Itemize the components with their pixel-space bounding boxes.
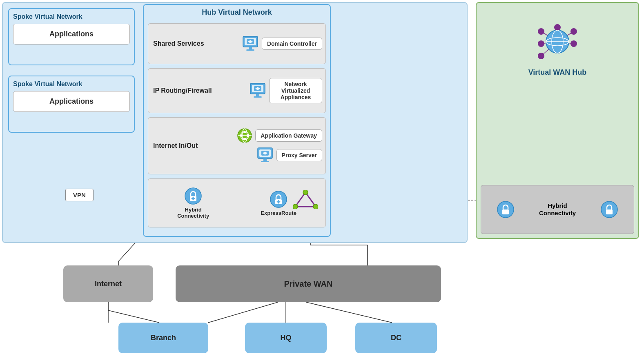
svg-rect-26 <box>256 94 259 96</box>
vpn-label: VPN <box>73 192 86 198</box>
svg-rect-40 <box>263 158 267 161</box>
app-gateway-box: Application Gateway <box>255 129 322 142</box>
svg-line-16 <box>208 302 278 323</box>
branch-label: Branch <box>151 334 176 342</box>
internet-section: Internet In/Out Applicatio <box>148 117 326 174</box>
svg-rect-82 <box>502 209 509 214</box>
svg-line-13 <box>108 310 159 323</box>
vpn-box: VPN <box>65 189 94 201</box>
hybrid-label: HybridConnectivity <box>177 207 209 219</box>
private-wan-label: Private WAN <box>284 279 333 289</box>
internet-services-stacked: Application Gateway Proxy Server <box>236 121 322 171</box>
globe-icon-container <box>537 23 578 62</box>
expressroute-item: ExpressRoute <box>261 190 296 216</box>
hybrid-connectivity-item: HybridConnectivity <box>177 187 209 219</box>
shared-services-section: Shared Services Domain Controller <box>148 23 326 64</box>
domain-controller-box: Domain Controller <box>262 38 322 50</box>
expressroute-triangle <box>293 190 318 209</box>
dc-box: DC <box>355 323 437 353</box>
spoke-vnet-1: Spoke Virtual Network Applications <box>8 8 135 65</box>
svg-rect-20 <box>249 47 252 49</box>
svg-point-63 <box>313 204 318 209</box>
spoke-vnet-1-app: Applications <box>13 24 130 45</box>
monitor-icon-proxy <box>256 146 274 164</box>
wan-hybrid-label-text: HybridConnectivity <box>539 202 576 216</box>
monitor-icon-iprouting <box>249 82 267 100</box>
proxy-server-box: Proxy Server <box>276 149 322 161</box>
internet-label: Internet In/Out <box>153 142 198 149</box>
wan-hub-globe-icon <box>537 23 578 60</box>
svg-rect-84 <box>606 209 613 214</box>
shared-services-right: Domain Controller <box>241 35 322 53</box>
hq-box: HQ <box>245 323 327 353</box>
internet-label: Internet <box>95 280 122 288</box>
hub-vnet: Hub Virtual Network Shared Services Doma… <box>143 4 331 237</box>
lock-icon-express <box>270 190 287 208</box>
hybrid-section: HybridConnectivity Expr <box>148 178 326 227</box>
ip-routing-right: Network VirtualizedAppliances <box>249 78 322 103</box>
shared-services-label: Shared Services <box>153 40 204 47</box>
svg-point-62 <box>303 190 308 195</box>
lock-icon-vpn <box>184 187 202 205</box>
lock-icon-wan-left <box>497 201 515 218</box>
dc-label: DC <box>391 334 401 342</box>
spoke-vnet-2-app: Applications <box>13 91 130 112</box>
wan-hybrid-label: HybridConnectivity <box>539 202 576 217</box>
hq-label: HQ <box>281 334 292 342</box>
diagram-container: Spoke Virtual Network Applications Spoke… <box>0 0 644 361</box>
svg-rect-21 <box>246 49 254 51</box>
hub-vnet-title: Hub Virtual Network <box>144 5 330 20</box>
wan-hub: Virtual WAN Hub HybridConnectivity <box>476 2 639 239</box>
svg-line-17 <box>306 302 392 323</box>
internet-box: Internet <box>63 265 153 302</box>
hybrid-inner: HybridConnectivity Expr <box>148 179 325 227</box>
svg-point-64 <box>293 204 298 209</box>
wan-hub-hybrid: HybridConnectivity <box>481 185 634 234</box>
spoke-vnet-2: Spoke Virtual Network Applications <box>8 76 135 133</box>
svg-rect-41 <box>261 161 269 162</box>
spoke-vnet-1-title: Spoke Virtual Network <box>13 13 130 20</box>
svg-rect-27 <box>254 96 262 98</box>
monitor-icon-shared <box>241 35 259 53</box>
private-wan-box: Private WAN <box>176 265 441 302</box>
network-virtualized-box: Network VirtualizedAppliances <box>269 78 322 103</box>
expressroute-label: ExpressRoute <box>261 210 296 216</box>
branch-box: Branch <box>118 323 208 353</box>
ip-routing-section: IP Routing/Firewall Network VirtualizedA… <box>148 68 326 113</box>
ip-routing-label: IP Routing/Firewall <box>153 87 212 94</box>
lock-icon-wan-right <box>600 201 618 218</box>
app-gateway-icon <box>236 127 253 144</box>
spoke-vnet-2-title: Spoke Virtual Network <box>13 80 130 88</box>
